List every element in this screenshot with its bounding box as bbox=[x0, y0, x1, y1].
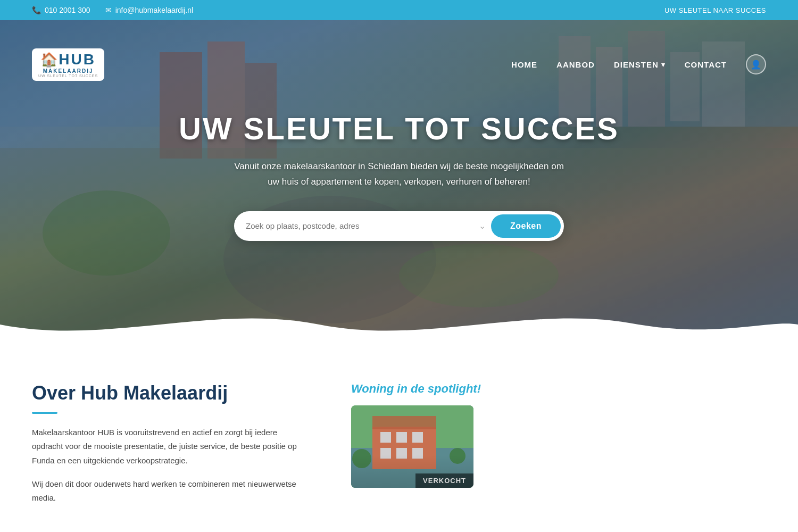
top-bar-tagline: UW SLEUTEL NAAR SUCCES bbox=[664, 6, 766, 14]
about-divider bbox=[32, 412, 57, 414]
logo-subtitle-text: UW SLEUTEL TOT SUCCES bbox=[38, 74, 98, 78]
about-text-2: Wij doen dit door ouderwets hard werken … bbox=[32, 477, 309, 505]
phone-number: 010 2001 300 bbox=[45, 6, 90, 14]
spotlight-column: Woning in de spotlight! bbox=[351, 382, 766, 488]
hero-wave bbox=[0, 303, 798, 345]
nav-home[interactable]: HOME bbox=[511, 60, 537, 69]
svg-point-25 bbox=[450, 448, 466, 464]
svg-point-24 bbox=[352, 449, 371, 468]
svg-rect-18 bbox=[380, 432, 391, 443]
nav-diensten[interactable]: DIENSTEN ▾ bbox=[614, 60, 666, 69]
svg-rect-20 bbox=[412, 432, 423, 443]
about-title: Over Hub Makelaardij bbox=[32, 382, 309, 404]
svg-rect-17 bbox=[372, 416, 436, 429]
search-button[interactable]: Zoeken bbox=[491, 214, 561, 238]
nav-aanbod[interactable]: AANBOD bbox=[556, 60, 595, 69]
top-bar-left: 📞 010 2001 300 ✉ info@hubmakelaardij.nl bbox=[32, 6, 193, 14]
about-text-1: Makelaarskantoor HUB is vooruitstrevend … bbox=[32, 426, 309, 468]
about-column: Over Hub Makelaardij Makelaarskantoor HU… bbox=[32, 382, 309, 514]
content-section: Over Hub Makelaardij Makelaarskantoor HU… bbox=[0, 345, 798, 532]
email-icon: ✉ bbox=[105, 6, 112, 14]
phone-icon: 📞 bbox=[32, 6, 41, 14]
phone-link[interactable]: 📞 010 2001 300 bbox=[32, 6, 90, 14]
chevron-down-icon: ▾ bbox=[661, 61, 666, 69]
logo-makelaardij-text: MAKELAARDIJ bbox=[43, 68, 94, 74]
svg-rect-14 bbox=[351, 405, 473, 488]
email-address: info@hubmakelaardij.nl bbox=[115, 6, 194, 14]
search-dropdown-icon: ⌄ bbox=[479, 221, 486, 231]
svg-rect-15 bbox=[351, 448, 473, 488]
nav-links: HOME AANBOD DIENSTEN ▾ CONTACT 👤 bbox=[511, 54, 766, 74]
logo-box: 🏠 HUB MAKELAARDIJ UW SLEUTEL TOT SUCCES bbox=[32, 48, 104, 81]
logo-area: 🏠 HUB MAKELAARDIJ UW SLEUTEL TOT SUCCES bbox=[32, 48, 104, 81]
svg-rect-16 bbox=[372, 427, 436, 469]
hero-section: 🏠 HUB MAKELAARDIJ UW SLEUTEL TOT SUCCES … bbox=[0, 20, 798, 345]
spotlight-label: Woning in de spotlight! bbox=[351, 382, 766, 396]
nav-contact[interactable]: CONTACT bbox=[685, 60, 727, 69]
navbar: 🏠 HUB MAKELAARDIJ UW SLEUTEL TOT SUCCES … bbox=[0, 40, 798, 88]
verkocht-badge: Verkocht bbox=[415, 473, 473, 488]
svg-rect-21 bbox=[380, 448, 391, 459]
logo-house-icon: 🏠 bbox=[40, 52, 57, 68]
search-input[interactable] bbox=[246, 221, 479, 230]
hero-subtitle: Vanuit onze makelaarskantoor in Schiedam… bbox=[234, 159, 564, 190]
svg-rect-19 bbox=[396, 432, 407, 443]
hero-title: UW SLEUTEL TOT SUCCES bbox=[179, 111, 619, 146]
user-account-button[interactable]: 👤 bbox=[746, 54, 766, 74]
svg-rect-23 bbox=[412, 448, 423, 459]
spotlight-image: Verkocht bbox=[351, 405, 473, 488]
user-icon: 👤 bbox=[751, 60, 761, 70]
search-bar: ⌄ Zoeken bbox=[234, 211, 564, 241]
email-link[interactable]: ✉ info@hubmakelaardij.nl bbox=[105, 6, 194, 14]
logo-hub-text: HUB bbox=[59, 52, 96, 67]
top-bar: 📞 010 2001 300 ✉ info@hubmakelaardij.nl … bbox=[0, 0, 798, 20]
svg-rect-22 bbox=[396, 448, 407, 459]
spotlight-row: Verkocht bbox=[351, 405, 766, 488]
